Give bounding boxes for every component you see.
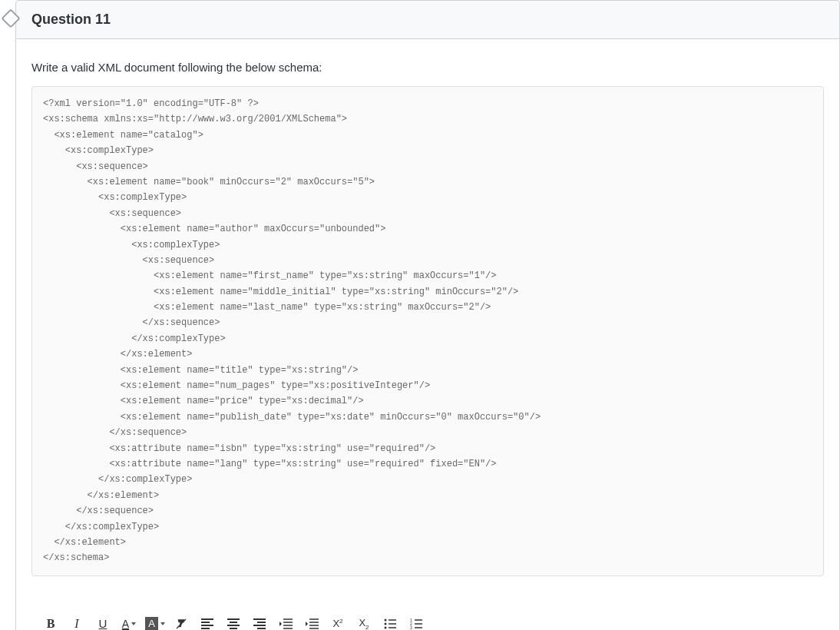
number-list-button[interactable]: 123: [405, 612, 428, 630]
schema-code-block: <?xml version="1.0" encoding="UTF-8" ?> …: [31, 86, 824, 576]
text-color-button[interactable]: A: [117, 612, 141, 630]
align-left-button[interactable]: [196, 612, 219, 630]
bullet-list-button[interactable]: [379, 612, 402, 630]
toolbar-row-1: B I U A A: [39, 610, 816, 630]
underline-button[interactable]: U: [91, 612, 114, 630]
chevron-down-icon: [160, 622, 165, 625]
superscript-button[interactable]: X2: [326, 612, 349, 630]
underline-icon: U: [99, 617, 107, 630]
question-marker-icon: [1, 8, 20, 28]
question-prompt: Write a valid XML document following the…: [31, 61, 824, 74]
outdent-button[interactable]: [274, 612, 297, 630]
bg-color-icon: A: [145, 617, 158, 630]
indent-icon: [305, 618, 319, 630]
question-body: Write a valid XML document following the…: [15, 39, 840, 630]
svg-text:3: 3: [410, 625, 412, 629]
clear-format-button[interactable]: [170, 612, 193, 630]
indent-button[interactable]: [300, 612, 323, 630]
bg-color-button[interactable]: A: [144, 612, 167, 630]
align-center-icon: [227, 618, 240, 629]
align-right-icon: [253, 618, 266, 629]
align-right-button[interactable]: [248, 612, 271, 630]
subscript-icon: X2: [359, 617, 369, 630]
question-title: Question 11: [31, 12, 824, 28]
editor-toolbar: B I U A A: [31, 605, 824, 630]
chevron-down-icon: [131, 622, 136, 625]
number-list-icon: 123: [410, 618, 422, 629]
text-color-icon: A: [122, 618, 129, 630]
italic-icon: I: [74, 617, 78, 630]
superscript-icon: X2: [332, 618, 342, 629]
svg-point-3: [385, 622, 387, 625]
bold-button[interactable]: B: [39, 612, 62, 630]
clear-format-icon: [174, 617, 188, 630]
question-header: Question 11: [15, 0, 840, 39]
align-center-button[interactable]: [222, 612, 245, 630]
bold-icon: B: [47, 617, 55, 630]
svg-point-5: [385, 626, 387, 628]
svg-point-1: [385, 618, 387, 621]
align-left-icon: [201, 618, 213, 629]
bullet-list-icon: [384, 618, 396, 629]
subscript-button[interactable]: X2: [352, 612, 375, 630]
outdent-icon: [279, 618, 293, 630]
italic-button[interactable]: I: [65, 612, 88, 630]
